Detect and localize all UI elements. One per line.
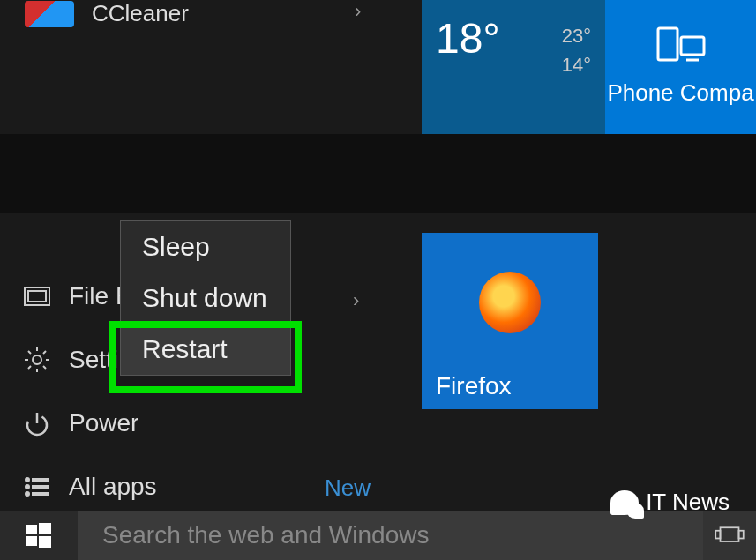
menu-label: Setti — [69, 346, 118, 374]
power-icon — [23, 409, 51, 437]
task-view-icon — [714, 523, 745, 548]
new-badge: New — [325, 474, 371, 502]
menu-item-power[interactable]: Power — [23, 409, 138, 437]
background-dim — [0, 134, 756, 213]
watermark: IT News — [610, 489, 730, 516]
power-menu-sleep[interactable]: Sleep — [121, 221, 290, 273]
weather-tile[interactable]: 18° 23° 14° — [422, 0, 605, 134]
menu-label: Power — [69, 409, 138, 437]
phone-companion-tile[interactable]: Phone Compa — [605, 0, 756, 134]
svg-rect-1 — [681, 37, 704, 55]
firefox-icon — [479, 272, 541, 333]
svg-point-8 — [26, 478, 29, 482]
phone-companion-icon — [655, 26, 707, 62]
menu-item-all-apps[interactable]: All apps — [23, 473, 157, 501]
power-menu-shutdown[interactable]: Shut down — [121, 273, 290, 324]
svg-point-10 — [26, 485, 29, 489]
svg-rect-0 — [658, 28, 677, 60]
file-explorer-icon — [23, 282, 51, 310]
app-label: CCleaner — [92, 0, 189, 27]
svg-rect-13 — [33, 493, 49, 495]
chevron-right-icon: › — [353, 289, 359, 312]
task-view-button[interactable] — [703, 511, 756, 560]
power-submenu: Sleep Shut down Restart — [120, 220, 291, 376]
wechat-icon — [610, 490, 639, 515]
svg-rect-11 — [33, 486, 49, 488]
svg-point-12 — [26, 492, 29, 496]
svg-rect-17 — [39, 536, 51, 548]
chevron-right-icon: › — [355, 0, 361, 23]
firefox-tile[interactable]: Firefox — [422, 233, 598, 409]
windows-logo-icon — [25, 521, 53, 549]
svg-rect-19 — [715, 531, 720, 539]
svg-rect-20 — [739, 531, 744, 539]
all-apps-icon — [23, 473, 51, 501]
weather-high: 23° — [562, 21, 591, 50]
menu-item-settings[interactable]: Setti — [23, 346, 118, 374]
search-placeholder: Search the web and Windows — [102, 521, 429, 549]
power-menu-restart[interactable]: Restart — [121, 324, 290, 375]
weather-low: 14° — [562, 50, 591, 79]
start-menu: CCleaner › 18° 23° 14° Phone Compa File … — [0, 0, 756, 560]
gear-icon — [23, 346, 51, 374]
svg-rect-16 — [26, 536, 37, 546]
search-input[interactable]: Search the web and Windows — [78, 511, 703, 560]
app-item-ccleaner[interactable]: CCleaner — [25, 0, 189, 27]
svg-rect-4 — [28, 291, 46, 302]
start-button[interactable] — [0, 511, 78, 560]
tile-label: Firefox — [436, 372, 512, 400]
weather-temp-range: 23° 14° — [562, 21, 591, 79]
menu-label: All apps — [69, 473, 157, 501]
ccleaner-icon — [25, 1, 74, 27]
svg-rect-18 — [721, 527, 739, 541]
svg-rect-14 — [26, 525, 37, 534]
tile-label: Phone Compa — [605, 79, 756, 107]
watermark-text: IT News — [646, 489, 730, 516]
svg-point-5 — [33, 355, 41, 364]
svg-rect-9 — [33, 479, 49, 481]
svg-rect-15 — [39, 523, 51, 534]
